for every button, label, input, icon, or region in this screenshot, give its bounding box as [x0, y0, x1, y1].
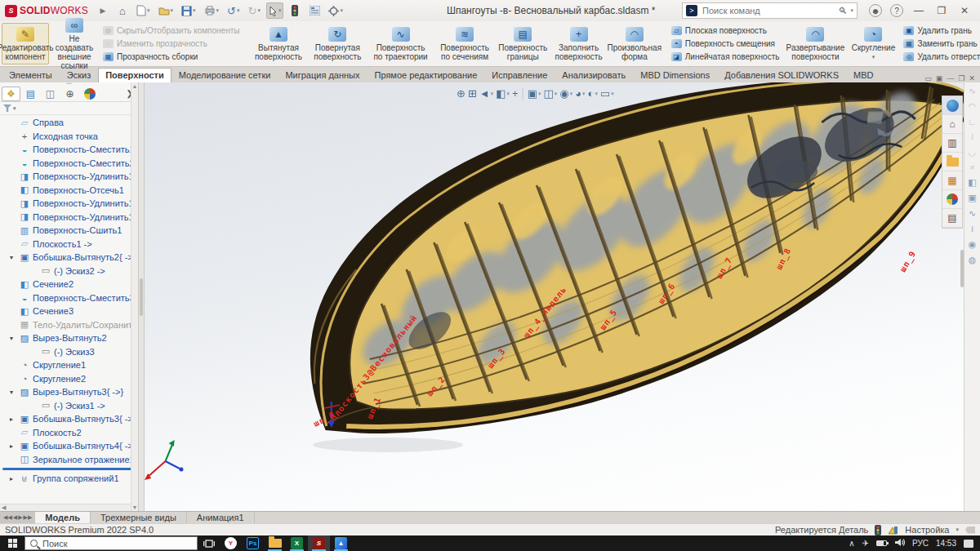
custom-properties-tab[interactable]: ▤	[942, 209, 962, 228]
frame-annotation[interactable]: шп_9	[898, 249, 919, 273]
tree-item[interactable]: ▱Плоскость2	[0, 426, 138, 440]
cut-icon[interactable]: ×	[969, 162, 974, 172]
edit-appearance-icon[interactable]: ◕▾	[575, 87, 585, 100]
feature-manager-tab[interactable]: ❖	[2, 87, 20, 101]
doc-restore-icon[interactable]: ❐	[958, 74, 964, 82]
open-button[interactable]: ▾	[156, 2, 176, 19]
redo-button[interactable]: ↻▾	[246, 2, 263, 19]
display-style-icon[interactable]: ◫▾	[543, 87, 557, 100]
tree-item[interactable]: ▾▣Бобышка-Вытянуть2{ ->}	[0, 251, 138, 264]
tree-expand-arrow[interactable]: ▸	[10, 442, 19, 450]
section-view-icon[interactable]: ◧▾	[496, 87, 510, 100]
customize-label[interactable]: Настройка	[905, 525, 949, 535]
extruded-surface-button[interactable]: ▲Вытянутая поверхность	[249, 23, 307, 64]
clock[interactable]: 14:53	[936, 539, 956, 548]
tray-expand-icon[interactable]: ∧	[849, 539, 854, 548]
notification-center-icon[interactable]	[964, 540, 973, 548]
model-tab[interactable]: Анимация1	[187, 512, 255, 523]
command-tab[interactable]: Поверхности	[98, 68, 172, 82]
logo-flyout-arrow[interactable]: ▶	[95, 2, 111, 19]
boundary-surface-button[interactable]: ▤Поверхность границы	[496, 23, 550, 64]
arc-icon[interactable]: ◠	[969, 101, 977, 112]
rebuild-button[interactable]	[287, 2, 303, 19]
filter-icon[interactable]	[3, 104, 11, 112]
configuration-manager-tab[interactable]: ◫	[41, 87, 60, 101]
filter-caret-icon[interactable]: ▾	[13, 105, 16, 112]
fillet-caret-icon[interactable]: ▾	[872, 54, 875, 60]
command-tab[interactable]: Добавления SOLIDWORKS	[717, 68, 846, 82]
swept-surface-button[interactable]: ∿Поверхность по траектории	[368, 23, 434, 64]
tag-icon[interactable]	[965, 527, 975, 534]
tree-item[interactable]: ▾▨Вырез-Вытянуть3{ ->}	[0, 385, 138, 399]
tree-item[interactable]: ▭(-) Эскиз3	[0, 345, 138, 359]
zoom-fit-icon[interactable]: ⊕	[457, 87, 466, 100]
tree-item[interactable]: ◫Зеркальное отражение1	[0, 453, 138, 467]
tree-expand-arrow[interactable]: ▾	[10, 389, 19, 396]
tree-item[interactable]: ▦Тело-Удалить/Сохранить	[0, 318, 138, 332]
model-tab[interactable]: Модель	[35, 512, 91, 523]
solidworks-resources-tab[interactable]	[942, 96, 962, 115]
spline-icon[interactable]: ∿	[969, 86, 976, 96]
tree-item[interactable]: ◧Поверхность-Отсечь1	[0, 184, 138, 198]
tree-horizontal-scrollbar[interactable]: ◀▶	[0, 504, 138, 511]
fillet-button[interactable]: ◔ Скругление ▾	[848, 23, 898, 64]
tree-vertical-scrollbar[interactable]: ▲▼	[131, 82, 138, 511]
command-tab[interactable]: Миграция данных	[278, 68, 367, 82]
tree-item[interactable]: ▾▨Вырез-Вытянуть2	[0, 331, 138, 345]
previous-view-icon[interactable]: ◄▾	[479, 87, 493, 100]
solid-body-icon[interactable]: ▣	[968, 193, 976, 203]
command-tab[interactable]: Элементы	[2, 68, 60, 82]
search-caret-icon[interactable]: ▾	[850, 7, 853, 14]
new-document-button[interactable]: ▾	[134, 2, 153, 19]
tree-item[interactable]: ◨Поверхность-Удлинить12	[0, 211, 138, 224]
offset-surface-button[interactable]: ◓Поверхность смещения	[671, 38, 780, 50]
command-search-input[interactable]	[701, 5, 835, 16]
curve-tool-icon[interactable]: ∿	[969, 208, 976, 219]
view-palette-tab[interactable]: ▦	[942, 171, 962, 190]
tree-item[interactable]: ◧Сечение2	[0, 278, 138, 291]
arc2-icon[interactable]: ◡	[969, 147, 977, 158]
save-button[interactable]: ▾	[179, 2, 198, 19]
select-tool-button[interactable]: ▾	[266, 2, 284, 19]
minimize-button[interactable]: —	[908, 2, 929, 19]
revolved-surface-button[interactable]: ↻Повернутая поверхность	[307, 23, 368, 64]
freeform-button[interactable]: ◠Произвольная форма	[608, 23, 662, 64]
dimxpert-manager-tab[interactable]: ⊕	[60, 87, 79, 101]
command-tab[interactable]: Моделирование сетки	[172, 68, 278, 82]
tree-expand-arrow[interactable]: ▸	[10, 475, 19, 482]
section-tool-icon[interactable]: ◧	[968, 177, 976, 188]
property-manager-tab[interactable]: ▤	[21, 87, 40, 101]
hide-show-items-icon[interactable]: ◉▾	[559, 87, 572, 100]
doc-new-window-icon[interactable]: ▭	[924, 74, 932, 82]
tree-item[interactable]: ◨Поверхность-Удлинить10	[0, 197, 138, 211]
volume-icon[interactable]	[894, 538, 905, 549]
tab-scroll-buttons[interactable]: ◀◀◀▶▶▶	[0, 512, 35, 523]
no-external-references-button[interactable]: ∞ Не создавать внешние ссылки	[51, 23, 98, 64]
tree-item[interactable]: ▸▣Бобышка-Вытянуть4{ ->}	[0, 439, 138, 453]
command-tab[interactable]: Эскиз	[60, 68, 98, 82]
options-button[interactable]: ▾	[326, 2, 345, 19]
battery-icon[interactable]	[876, 540, 887, 546]
tree-item[interactable]: +Исходная точка	[0, 130, 138, 144]
tree-item[interactable]: ◒Поверхность-Сместить3	[0, 291, 138, 305]
file-explorer-icon[interactable]	[264, 535, 286, 551]
zoom-area-icon[interactable]: ⊞	[468, 87, 477, 100]
view-settings-icon[interactable]: ▭▾	[600, 87, 614, 100]
customize-caret-icon[interactable]: ▾	[956, 527, 959, 533]
tree-expand-arrow[interactable]: ▾	[10, 335, 19, 342]
model-tab[interactable]: Трехмерные виды	[91, 512, 187, 523]
corner-icon[interactable]: ∟	[968, 117, 977, 127]
tree-expand-arrow[interactable]: ▾	[10, 254, 19, 261]
tree-item[interactable]: ◒Поверхность-Сместить1	[0, 143, 138, 157]
planar-surface-button[interactable]: ▱Плоская поверхность	[671, 24, 780, 37]
taskpane-splitter-handle[interactable]	[960, 250, 964, 287]
tree-item[interactable]: ▸⊎Группа сопряжений1	[0, 472, 138, 486]
solidworks-logo[interactable]: S SOLIDWORKS	[5, 5, 88, 17]
wave-icon[interactable]: ≀	[970, 131, 973, 142]
command-search-box[interactable]: > 🔍︎ ▾	[682, 2, 858, 19]
tree-item[interactable]: ◧Сечение3	[0, 304, 138, 318]
zigzag-tool-icon[interactable]: ≀	[970, 224, 973, 234]
command-tab[interactable]: MBD Dimensions	[633, 68, 717, 82]
shaded-icon[interactable]: ◍	[969, 255, 977, 265]
tree-item[interactable]: ◔Скругление1	[0, 358, 138, 372]
